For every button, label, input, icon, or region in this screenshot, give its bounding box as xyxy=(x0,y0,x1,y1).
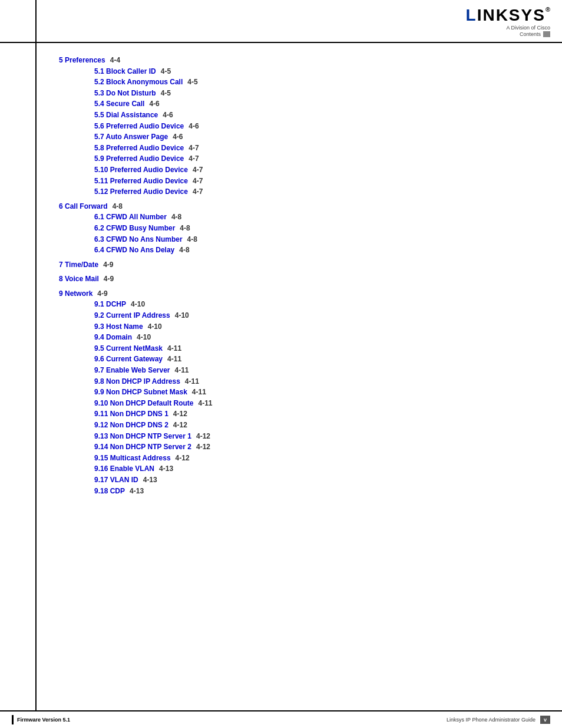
toc-title-5-8: 5.8 Preferred Audio Device xyxy=(94,143,184,154)
toc-page-5-1: 4-5 xyxy=(161,66,171,77)
toc-page-6: 4-8 xyxy=(113,201,123,212)
toc-entry-9-11: 9.11 Non DHCP DNS 1 4-12 xyxy=(94,409,538,420)
logo-subtitle: A Division of Cisco xyxy=(506,25,550,31)
toc-title-5-9: 5.9 Preferred Audio Device xyxy=(94,153,184,164)
toc-entry-9: 9 Network 4-9 xyxy=(59,288,538,299)
toc-title-5-10: 5.10 Preferred Audio Device xyxy=(94,164,188,176)
toc-entry-9-9: 9.9 Non DHCP Subnet Mask 4-11 xyxy=(94,387,538,398)
left-border-decoration xyxy=(35,0,37,728)
toc-subsections-6: 6.1 CFWD All Number 4-8 6.2 CFWD Busy Nu… xyxy=(59,212,538,255)
toc-page-9-11: 4-12 xyxy=(173,409,187,420)
toc-entry-6-2: 6.2 CFWD Busy Number 4-8 xyxy=(94,223,538,234)
toc-title-6-2: 6.2 CFWD Busy Number xyxy=(94,223,175,234)
logo-area: LINKSYS ® A Division of Cisco Contents xyxy=(466,6,550,37)
toc-entry-9-6: 9.6 Current Gateway 4-11 xyxy=(94,354,538,365)
toc-title-9: 9 Network xyxy=(59,288,92,299)
toc-page-9-8: 4-11 xyxy=(185,376,199,387)
contents-label: Contents xyxy=(520,31,541,37)
toc-page-9-16: 4-13 xyxy=(159,463,173,475)
toc-title-9-13: 9.13 Non DHCP NTP Server 1 xyxy=(94,431,191,442)
toc-page-6-2: 4-8 xyxy=(180,223,190,234)
guide-title-label: Linksys IP Phone Administrator Guide xyxy=(447,717,535,723)
toc-entry-6: 6 Call Forward 4-8 xyxy=(59,201,538,212)
toc-title-7: 7 Time/Date xyxy=(59,259,98,271)
toc-page-9-14: 4-12 xyxy=(196,442,210,453)
toc-entry-9-15: 9.15 Multicast Address 4-12 xyxy=(94,453,538,464)
toc-page-9-2: 4-10 xyxy=(175,310,189,321)
logo-text: LINKSYS xyxy=(466,6,546,25)
toc-page-5-11: 4-7 xyxy=(193,176,203,187)
toc-page-9-6: 4-11 xyxy=(167,354,181,365)
toc-page-8: 4-9 xyxy=(104,274,114,285)
toc-entry-9-18: 9.18 CDP 4-13 xyxy=(94,486,538,497)
toc-page-9-18: 4-13 xyxy=(130,486,144,497)
contents-area: Contents xyxy=(520,31,550,37)
toc-title-9-1: 9.1 DCHP xyxy=(94,299,126,310)
toc-page-5-5: 4-6 xyxy=(163,110,173,121)
toc-entry-5-3: 5.3 Do Not Disturb 4-5 xyxy=(94,88,538,99)
toc-page-5-4: 4-6 xyxy=(149,98,159,110)
toc-page-9-7: 4-11 xyxy=(175,365,189,376)
toc-page-5-3: 4-5 xyxy=(161,88,171,99)
toc-entry-5-2: 5.2 Block Anonymous Call 4-5 xyxy=(94,77,538,88)
toc-entry-9-3: 9.3 Host Name 4-10 xyxy=(94,321,538,332)
toc-title-5-4: 5.4 Secure Call xyxy=(94,98,144,110)
linksys-logo: LINKSYS ® xyxy=(466,6,550,25)
footer-right: Linksys IP Phone Administrator Guide v xyxy=(447,716,550,724)
toc-page-5-12: 4-7 xyxy=(193,186,203,197)
toc-entry-5-7: 5.7 Auto Answer Page 4-6 xyxy=(94,131,538,143)
toc-title-9-5: 9.5 Current NetMask xyxy=(94,343,163,354)
toc-page-9-17: 4-13 xyxy=(143,475,157,486)
toc-title-9-2: 9.2 Current IP Address xyxy=(94,310,170,321)
toc-entry-5: 5 Preferences 4-4 xyxy=(59,55,538,66)
toc-section-7: 7 Time/Date 4-9 xyxy=(59,259,538,271)
toc-title-9-15: 9.15 Multicast Address xyxy=(94,453,171,464)
footer-left-decoration xyxy=(12,715,14,724)
toc-title-9-8: 9.8 Non DHCP IP Address xyxy=(94,376,180,387)
toc-title-9-16: 9.16 Enable VLAN xyxy=(94,463,154,475)
toc-page-9-15: 4-12 xyxy=(176,453,190,464)
toc-title-5-3: 5.3 Do Not Disturb xyxy=(94,88,156,99)
toc-section-6: 6 Call Forward 4-8 6.1 CFWD All Number 4… xyxy=(59,201,538,256)
toc-entry-5-8: 5.8 Preferred Audio Device 4-7 xyxy=(94,143,538,154)
toc-page-5-6: 4-6 xyxy=(189,121,199,132)
contents-icon xyxy=(543,31,550,37)
toc-entry-9-10: 9.10 Non DHCP Default Route 4-11 xyxy=(94,398,538,409)
toc-entry-9-14: 9.14 Non DHCP NTP Server 2 4-12 xyxy=(94,442,538,453)
toc-page-9-3: 4-10 xyxy=(148,321,162,332)
toc-title-5: 5 Preferences xyxy=(59,55,105,66)
toc-entry-9-5: 9.5 Current NetMask 4-11 xyxy=(94,343,538,354)
footer-left: Firmware Version 5.1 xyxy=(12,715,70,724)
page-number: v xyxy=(540,716,550,724)
toc-page-9: 4-9 xyxy=(97,288,107,299)
toc-section-9: 9 Network 4-9 9.1 DCHP 4-10 9.2 Current … xyxy=(59,288,538,496)
toc-title-9-7: 9.7 Enable Web Server xyxy=(94,365,170,376)
toc-title-6: 6 Call Forward xyxy=(59,201,108,212)
toc-page-9-5: 4-11 xyxy=(167,343,181,354)
toc-entry-5-6: 5.6 Preferred Audio Device 4-6 xyxy=(94,121,538,132)
firmware-version-label: Firmware Version 5.1 xyxy=(17,717,70,723)
toc-page-9-4: 4-10 xyxy=(137,332,151,343)
toc-section-8: 8 Voice Mail 4-9 xyxy=(59,274,538,285)
toc-page-6-1: 4-8 xyxy=(171,212,181,223)
toc-page-5: 4-4 xyxy=(110,55,120,66)
toc-entry-9-12: 9.12 Non DHCP DNS 2 4-12 xyxy=(94,420,538,431)
toc-page-9-13: 4-12 xyxy=(196,431,210,442)
toc-entry-7: 7 Time/Date 4-9 xyxy=(59,259,538,271)
toc-title-9-11: 9.11 Non DHCP DNS 1 xyxy=(94,409,168,420)
toc-page-9-9: 4-11 xyxy=(192,387,206,398)
toc-page-5-10: 4-7 xyxy=(193,164,203,176)
toc-page-9-12: 4-12 xyxy=(173,420,187,431)
toc-title-6-4: 6.4 CFWD No Ans Delay xyxy=(94,245,174,256)
toc-page-5-7: 4-6 xyxy=(173,131,183,143)
toc-title-9-18: 9.18 CDP xyxy=(94,486,125,497)
toc-entry-5-5: 5.5 Dial Assistance 4-6 xyxy=(94,110,538,121)
toc-entry-9-2: 9.2 Current IP Address 4-10 xyxy=(94,310,538,321)
toc-page-5-8: 4-7 xyxy=(189,143,199,154)
page-header: LINKSYS ® A Division of Cisco Contents xyxy=(0,0,562,43)
toc-entry-5-9: 5.9 Preferred Audio Device 4-7 xyxy=(94,153,538,164)
toc-title-9-3: 9.3 Host Name xyxy=(94,321,143,332)
toc-subsections-9: 9.1 DCHP 4-10 9.2 Current IP Address 4-1… xyxy=(59,299,538,496)
toc-entry-8: 8 Voice Mail 4-9 xyxy=(59,274,538,285)
toc-title-5-12: 5.12 Preferred Audio Device xyxy=(94,186,188,197)
